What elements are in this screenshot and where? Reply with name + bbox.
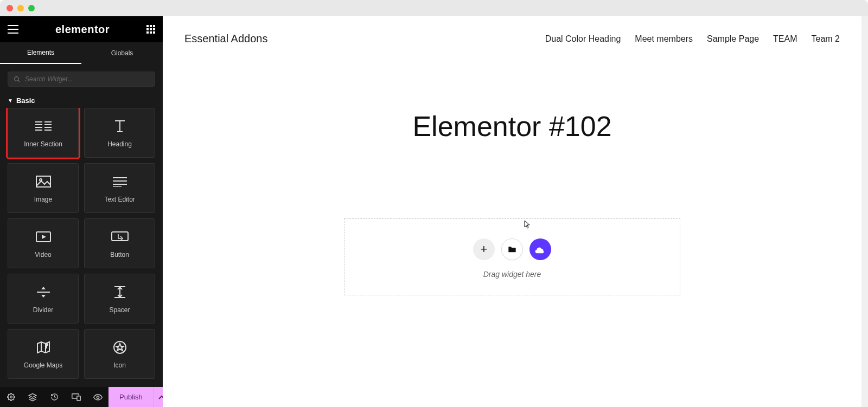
publish-group: Publish	[108, 387, 170, 407]
nav-link[interactable]: Sample Page	[707, 34, 759, 44]
svg-rect-3	[146, 25, 149, 27]
widget-text-editor[interactable]: Text Editor	[84, 163, 155, 213]
svg-point-12	[15, 76, 19, 81]
svg-rect-10	[150, 31, 152, 34]
window-zoom-dot[interactable]	[28, 5, 35, 11]
category-basic-header[interactable]: ▼ Basic	[0, 91, 163, 108]
svg-point-50	[540, 251, 541, 253]
widget-label: Inner Section	[24, 140, 62, 148]
widget-spacer[interactable]: Spacer	[84, 274, 155, 324]
publish-button[interactable]: Publish	[108, 387, 154, 407]
nav-link[interactable]: Team 2	[812, 34, 840, 44]
nav-link[interactable]: Dual Color Heading	[545, 34, 621, 44]
icon-icon	[113, 339, 127, 356]
gear-icon	[7, 393, 15, 401]
widget-google-maps[interactable]: Google Maps	[8, 329, 79, 379]
preview-site-header: Essential Addons Dual Color HeadingMeet …	[163, 16, 861, 50]
svg-rect-4	[150, 25, 152, 27]
templately-button[interactable]	[529, 238, 551, 260]
window-close-dot[interactable]	[7, 5, 13, 11]
preview-button[interactable]	[87, 387, 108, 407]
heading-icon	[112, 118, 128, 135]
panel-tabs: Elements Globals	[0, 42, 163, 64]
svg-rect-30	[112, 232, 128, 241]
history-icon	[50, 393, 59, 401]
add-section-button[interactable]: +	[473, 238, 495, 260]
widget-video[interactable]: Video	[8, 218, 79, 268]
chevron-down-icon: ▼	[8, 98, 13, 104]
inner-section-icon	[34, 118, 53, 135]
dropzone-buttons: +	[473, 238, 551, 260]
widget-icon[interactable]: Icon	[84, 329, 155, 379]
widget-label: Heading	[107, 140, 132, 148]
widget-button[interactable]: Button	[84, 218, 155, 268]
apps-grid-icon[interactable]	[146, 25, 155, 34]
svg-point-42	[10, 396, 12, 398]
search-container	[0, 64, 163, 91]
widget-label: Video	[35, 251, 51, 259]
svg-rect-0	[8, 25, 18, 26]
svg-rect-9	[146, 31, 149, 34]
responsive-icon	[72, 393, 81, 401]
panel-header: elementor	[0, 16, 163, 42]
text-editor-icon	[112, 173, 128, 190]
responsive-button[interactable]	[65, 387, 87, 407]
navigator-button[interactable]	[22, 387, 43, 407]
settings-button[interactable]	[0, 387, 22, 407]
svg-marker-43	[29, 393, 36, 397]
mac-titlebar	[0, 0, 868, 16]
divider-icon	[36, 283, 51, 301]
folder-icon	[508, 246, 516, 253]
svg-point-51	[542, 251, 543, 253]
widget-label: Google Maps	[24, 361, 62, 369]
window-minimize-dot[interactable]	[17, 5, 24, 11]
search-icon	[14, 76, 21, 83]
add-template-button[interactable]	[501, 238, 523, 260]
widget-label: Icon	[113, 361, 126, 369]
svg-rect-2	[8, 33, 18, 34]
widget-label: Divider	[33, 306, 53, 314]
nav-link[interactable]: Meet members	[635, 34, 693, 44]
site-title[interactable]: Essential Addons	[184, 33, 267, 45]
tab-globals[interactable]: Globals	[81, 42, 163, 64]
search-box[interactable]	[8, 72, 155, 87]
svg-rect-7	[150, 28, 152, 30]
widget-image[interactable]: Image	[8, 163, 79, 213]
preview-canvas[interactable]: Essential Addons Dual Color HeadingMeet …	[163, 16, 868, 407]
widget-label: Button	[110, 251, 129, 259]
svg-rect-6	[146, 28, 149, 30]
tab-elements-label: Elements	[27, 49, 54, 56]
widget-inner-section[interactable]: Inner Section	[8, 108, 79, 158]
hamburger-menu-icon[interactable]	[8, 25, 18, 34]
widgets-grid: Inner SectionHeadingImageText EditorVide…	[0, 108, 163, 386]
preview-nav: Dual Color HeadingMeet membersSample Pag…	[545, 34, 840, 44]
widget-label: Text Editor	[104, 196, 135, 203]
google-maps-icon	[36, 339, 51, 356]
svg-rect-11	[153, 31, 155, 34]
elementor-panel: elementor Elements Globals ▼ Basic Inner…	[0, 16, 163, 407]
nav-link[interactable]: TEAM	[773, 34, 797, 44]
category-basic-label: Basic	[16, 96, 35, 105]
svg-marker-33	[41, 295, 46, 298]
new-section-dropzone[interactable]: + Drag widget here	[344, 218, 680, 295]
search-input[interactable]	[25, 75, 149, 83]
widget-label: Spacer	[109, 306, 130, 314]
app-root: elementor Elements Globals ▼ Basic Inner…	[0, 16, 868, 407]
tab-globals-label: Globals	[111, 49, 133, 57]
elementor-logo: elementor	[55, 23, 110, 36]
history-button[interactable]	[43, 387, 65, 407]
image-icon	[35, 173, 52, 190]
svg-rect-5	[153, 25, 155, 27]
svg-point-49	[539, 251, 540, 253]
svg-marker-41	[116, 344, 124, 351]
eye-icon	[93, 394, 103, 400]
svg-rect-8	[153, 28, 155, 30]
widget-heading[interactable]: Heading	[84, 108, 155, 158]
layers-icon	[28, 393, 37, 402]
svg-line-13	[18, 80, 20, 82]
svg-rect-22	[36, 176, 50, 187]
widget-divider[interactable]: Divider	[8, 274, 79, 324]
widget-label: Image	[34, 196, 52, 203]
tab-elements[interactable]: Elements	[0, 42, 81, 64]
panel-footer: Publish	[0, 387, 163, 407]
